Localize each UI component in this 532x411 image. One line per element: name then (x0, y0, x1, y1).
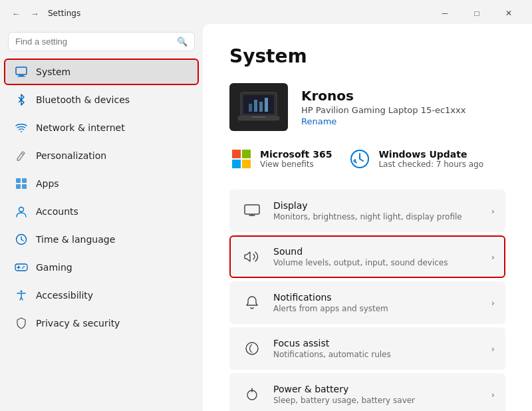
svg-rect-22 (265, 98, 268, 112)
svg-point-9 (19, 207, 24, 212)
svg-rect-24 (252, 116, 265, 118)
settings-row-focus[interactable]: Focus assist Notifications, automatic ru… (229, 327, 505, 370)
power-text: Power & battery Sleep, battery usage, ba… (273, 384, 491, 405)
apps-icon (15, 177, 28, 190)
svg-rect-27 (232, 160, 241, 168)
svg-rect-19 (249, 104, 252, 112)
sound-subtitle: Volume levels, output, input, sound devi… (273, 258, 491, 267)
page-title: System (229, 45, 505, 67)
svg-rect-8 (22, 184, 27, 189)
svg-rect-1 (19, 75, 24, 76)
sound-icon (240, 245, 264, 269)
sound-chevron: › (491, 252, 495, 262)
device-model: HP Pavilion Gaming Laptop 15-ec1xxx (301, 105, 466, 115)
focus-subtitle: Notifications, automatic rules (273, 350, 491, 359)
sidebar-item-privacy[interactable]: Privacy & security (4, 310, 199, 337)
windows-update-icon (348, 147, 372, 171)
windows-update-text: Windows Update Last checked: 7 hours ago (378, 149, 483, 169)
svg-point-3 (21, 131, 22, 132)
settings-row-sound[interactable]: Sound Volume levels, output, input, soun… (229, 235, 505, 278)
maximize-button[interactable]: □ (462, 4, 492, 23)
microsoft365-sub: View benefits (260, 160, 332, 169)
sidebar-label-time: Time & language (36, 234, 115, 245)
sound-text: Sound Volume levels, output, input, soun… (273, 246, 491, 267)
power-subtitle: Sleep, battery usage, battery saver (273, 396, 491, 405)
content-area: System Kronos HP Pavilion (203, 24, 532, 411)
titlebar-nav: ← → (8, 5, 43, 21)
minimize-button[interactable]: ─ (430, 4, 460, 23)
device-thumbnail (229, 83, 288, 131)
notifications-icon (240, 291, 264, 315)
window-controls: ─ □ ✕ (430, 4, 524, 23)
search-icon: 🔍 (177, 37, 188, 47)
settings-row-power[interactable]: Power & battery Sleep, battery usage, ba… (229, 373, 505, 411)
sidebar-item-time[interactable]: Time & language (4, 226, 199, 253)
sidebar-item-apps[interactable]: Apps (4, 170, 199, 197)
settings-row-notifications[interactable]: Notifications Alerts from apps and syste… (229, 281, 505, 324)
sidebar-label-bluetooth: Bluetooth & devices (36, 94, 130, 105)
forward-button[interactable]: → (27, 5, 43, 21)
quick-link-windows-update[interactable]: Windows Update Last checked: 7 hours ago (348, 147, 483, 171)
sidebar-label-privacy: Privacy & security (36, 318, 120, 329)
gaming-icon (15, 261, 28, 274)
quick-link-microsoft365[interactable]: Microsoft 365 View benefits (229, 147, 332, 171)
sidebar-item-accounts[interactable]: Accounts (4, 198, 199, 225)
sidebar-label-personalization: Personalization (36, 150, 106, 161)
windows-update-title: Windows Update (378, 149, 483, 160)
back-button[interactable]: ← (8, 5, 24, 21)
sidebar-item-bluetooth[interactable]: Bluetooth & devices (4, 86, 199, 113)
display-chevron: › (491, 206, 495, 216)
settings-row-display[interactable]: Display Monitors, brightness, night ligh… (229, 190, 505, 232)
rename-link[interactable]: Rename (301, 116, 466, 126)
svg-rect-18 (243, 95, 274, 114)
app-title: Settings (48, 9, 80, 18)
power-chevron: › (491, 390, 495, 400)
notifications-title: Notifications (273, 292, 491, 303)
svg-rect-21 (259, 102, 263, 112)
focus-text: Focus assist Notifications, automatic ru… (273, 338, 491, 359)
quick-links: Microsoft 365 View benefits Windows Upda… (229, 147, 505, 171)
device-card: Kronos HP Pavilion Gaming Laptop 15-ec1x… (229, 83, 505, 131)
close-button[interactable]: ✕ (493, 4, 524, 23)
bluetooth-icon (15, 93, 28, 106)
windows-update-sub: Last checked: 7 hours ago (378, 160, 483, 169)
svg-point-15 (22, 267, 23, 269)
sidebar-item-network[interactable]: Network & internet (4, 114, 199, 141)
notifications-chevron: › (491, 298, 495, 308)
svg-rect-5 (16, 178, 21, 183)
sidebar-item-gaming[interactable]: Gaming (4, 254, 199, 281)
search-input[interactable] (15, 37, 177, 47)
display-title: Display (273, 200, 491, 211)
sidebar-label-gaming: Gaming (36, 262, 72, 273)
sidebar-item-system[interactable]: System (4, 59, 199, 85)
svg-rect-6 (22, 178, 27, 183)
power-icon (240, 382, 264, 406)
sidebar-item-personalization[interactable]: Personalization (4, 142, 199, 169)
sound-title: Sound (273, 246, 491, 257)
accessibility-icon (15, 289, 28, 302)
svg-rect-20 (254, 100, 257, 112)
power-title: Power & battery (273, 384, 491, 394)
focus-icon (240, 337, 264, 360)
accounts-icon (15, 205, 28, 218)
titlebar: ← → Settings ─ □ ✕ (0, 0, 532, 24)
microsoft365-text: Microsoft 365 View benefits (260, 149, 332, 169)
svg-rect-26 (242, 150, 251, 158)
notifications-subtitle: Alerts from apps and system (273, 304, 491, 313)
app-body: 🔍 System Bluetooth & devices (0, 24, 532, 411)
time-icon (15, 233, 28, 246)
search-container[interactable]: 🔍 (8, 32, 195, 51)
system-icon (15, 65, 28, 78)
device-name: Kronos (301, 88, 466, 104)
sidebar-label-network: Network & internet (36, 122, 125, 133)
svg-point-33 (246, 342, 258, 354)
titlebar-left: ← → Settings (8, 5, 80, 21)
microsoft365-icon (229, 147, 253, 171)
display-icon (240, 199, 264, 223)
microsoft365-title: Microsoft 365 (260, 149, 332, 160)
svg-point-14 (23, 266, 25, 267)
sidebar-item-accessibility[interactable]: Accessibility (4, 282, 199, 309)
svg-rect-0 (16, 67, 27, 74)
svg-rect-7 (16, 184, 21, 189)
svg-point-16 (21, 291, 23, 293)
